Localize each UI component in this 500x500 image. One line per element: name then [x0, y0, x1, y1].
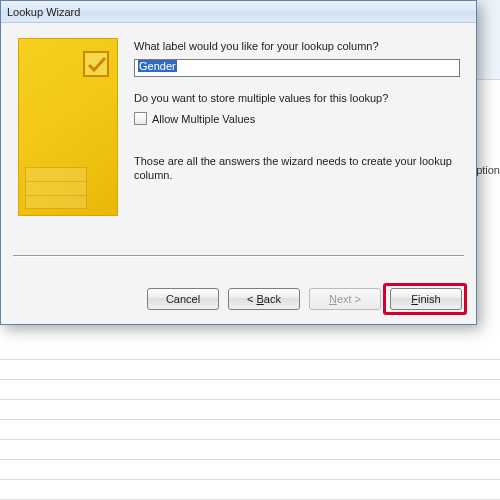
multiple-values-question: Do you want to store multiple values for…	[134, 92, 388, 104]
finish-button[interactable]: Finish	[390, 288, 462, 310]
dialog-content: What label would you like for your looku…	[1, 23, 476, 324]
back-button-label: < Back	[247, 293, 281, 305]
table-row	[0, 440, 500, 460]
table-row	[0, 400, 500, 420]
wizard-illustration	[18, 38, 118, 216]
dialog-titlebar[interactable]: Lookup Wizard	[1, 1, 476, 23]
datasheet-icon	[25, 167, 87, 209]
allow-multiple-values-row[interactable]: Allow Multiple Values	[134, 112, 255, 125]
table-row	[0, 460, 500, 480]
allow-multiple-values-label: Allow Multiple Values	[152, 113, 255, 125]
dialog-separator	[13, 255, 464, 257]
checkmark-icon	[83, 51, 109, 77]
back-button[interactable]: < Back	[228, 288, 300, 310]
dialog-title: Lookup Wizard	[7, 6, 80, 18]
next-button: Next >	[309, 288, 381, 310]
lookup-wizard-dialog: Lookup Wizard What label would you like …	[0, 0, 477, 325]
table-row	[0, 380, 500, 400]
label-input-value: Gender	[138, 60, 177, 72]
finish-button-label: Finish	[411, 293, 440, 305]
cancel-button[interactable]: Cancel	[147, 288, 219, 310]
allow-multiple-values-checkbox[interactable]	[134, 112, 147, 125]
dialog-button-row: Cancel < Back Next > Finish	[147, 288, 462, 310]
label-question: What label would you like for your looku…	[134, 40, 379, 52]
table-row	[0, 480, 500, 500]
table-row	[0, 340, 500, 360]
table-row	[0, 360, 500, 380]
cancel-button-label: Cancel	[166, 293, 200, 305]
table-rows	[0, 340, 500, 500]
label-input[interactable]: Gender	[134, 59, 460, 77]
wizard-final-text: Those are all the answers the wizard nee…	[134, 155, 460, 183]
table-row	[0, 420, 500, 440]
next-button-label: Next >	[329, 293, 361, 305]
